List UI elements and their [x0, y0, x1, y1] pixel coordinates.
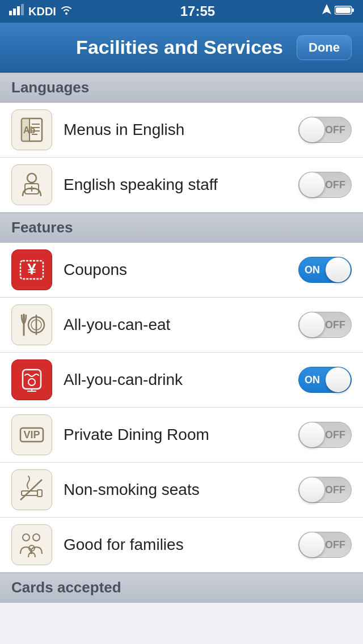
toggle-knob [326, 367, 351, 392]
carrier-label: KDDI [28, 5, 56, 18]
private-dining-toggle[interactable]: OFF [298, 422, 352, 448]
toggle-label: ON [305, 264, 320, 276]
nav-bar: Facilities and Services Done [0, 23, 363, 73]
all-you-can-drink-label: All-you-can-drink [64, 371, 298, 389]
families-toggle[interactable]: OFF [298, 532, 352, 558]
svg-rect-0 [9, 11, 12, 15]
list-item-families: Good for families OFF [0, 518, 363, 573]
drink-icon [11, 359, 52, 400]
toggle-knob [299, 477, 324, 502]
svg-rect-2 [17, 6, 20, 15]
toggle-knob [326, 257, 351, 282]
status-left: KDDI [9, 4, 73, 19]
list-item-menus-english: Ab Menus in English OFF [0, 103, 363, 158]
svg-rect-7 [352, 9, 354, 12]
vip-icon: VIP [11, 414, 52, 455]
eat-icon [11, 304, 52, 345]
menu-book-icon: Ab [11, 109, 52, 150]
signal-bars [9, 4, 25, 19]
svg-point-4 [65, 12, 67, 15]
coupon-icon: ¥ [11, 249, 52, 290]
toggle-knob [299, 172, 324, 197]
english-staff-toggle[interactable]: OFF [298, 172, 352, 198]
non-smoking-label: Non-smoking seats [64, 481, 298, 499]
list-item-english-staff: English speaking staff OFF [0, 158, 363, 213]
toggle-knob [299, 312, 324, 337]
location-icon [322, 4, 331, 19]
list-item-private-dining: VIP Private Dining Room OFF [0, 408, 363, 463]
no-smoking-icon [11, 469, 52, 510]
toggle-label: OFF [325, 124, 345, 136]
list-item-all-you-can-drink: All-you-can-drink ON [0, 353, 363, 408]
private-dining-label: Private Dining Room [64, 426, 298, 444]
svg-point-37 [23, 534, 29, 541]
svg-rect-3 [21, 4, 24, 15]
toggle-label: OFF [325, 319, 345, 331]
all-you-can-eat-toggle[interactable]: OFF [298, 312, 352, 338]
toggle-label: OFF [325, 539, 345, 551]
coupons-toggle[interactable]: ON [298, 257, 352, 283]
svg-point-17 [27, 173, 36, 183]
toggle-label: ON [305, 374, 320, 386]
section-header-languages: Languages [0, 73, 363, 103]
svg-point-38 [33, 534, 40, 541]
toggle-label: OFF [325, 179, 345, 191]
svg-rect-35 [37, 490, 42, 497]
toggle-knob [299, 117, 324, 142]
svg-rect-1 [13, 9, 16, 15]
non-smoking-toggle[interactable]: OFF [298, 477, 352, 503]
toggle-label: OFF [325, 484, 345, 496]
toggle-label: OFF [325, 429, 345, 441]
done-button[interactable]: Done [297, 35, 352, 60]
coupons-label: Coupons [64, 261, 298, 279]
families-icon [11, 524, 52, 565]
battery-icon [335, 4, 354, 19]
wifi-icon [60, 4, 73, 19]
all-you-can-eat-label: All-you-can-eat [64, 316, 298, 334]
toggle-knob [299, 422, 324, 447]
families-label: Good for families [64, 536, 298, 554]
svg-text:Ab: Ab [23, 125, 36, 135]
all-you-can-drink-toggle[interactable]: ON [298, 367, 352, 393]
list-item-all-you-can-eat: All-you-can-eat OFF [0, 298, 363, 353]
status-right [322, 4, 354, 19]
time-display: 17:55 [180, 3, 215, 19]
status-bar: KDDI 17:55 [0, 0, 363, 23]
svg-point-29 [28, 379, 35, 385]
svg-text:VIP: VIP [23, 429, 40, 440]
page-title: Facilities and Services [62, 36, 297, 58]
toggle-knob [299, 532, 324, 557]
section-header-features: Features [0, 213, 363, 243]
menus-english-label: Menus in English [64, 121, 298, 139]
section-header-cards: Cards accepted [0, 573, 363, 603]
list-item-non-smoking: Non-smoking seats OFF [0, 463, 363, 518]
staff-icon [11, 164, 52, 205]
menus-english-toggle[interactable]: OFF [298, 117, 352, 143]
svg-rect-8 [336, 7, 351, 13]
svg-text:¥: ¥ [27, 260, 36, 278]
list-item-coupons: ¥ Coupons ON [0, 243, 363, 298]
english-staff-label: English speaking staff [64, 176, 298, 194]
svg-marker-5 [322, 4, 331, 14]
